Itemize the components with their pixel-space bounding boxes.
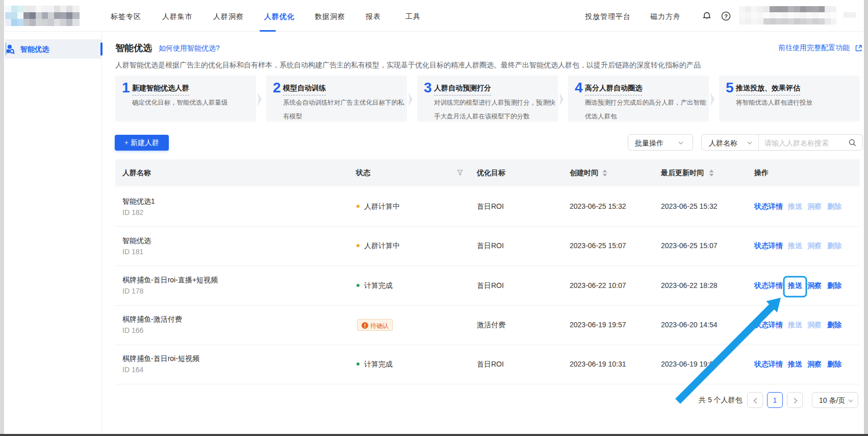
svg-text:?: ? bbox=[724, 13, 728, 19]
